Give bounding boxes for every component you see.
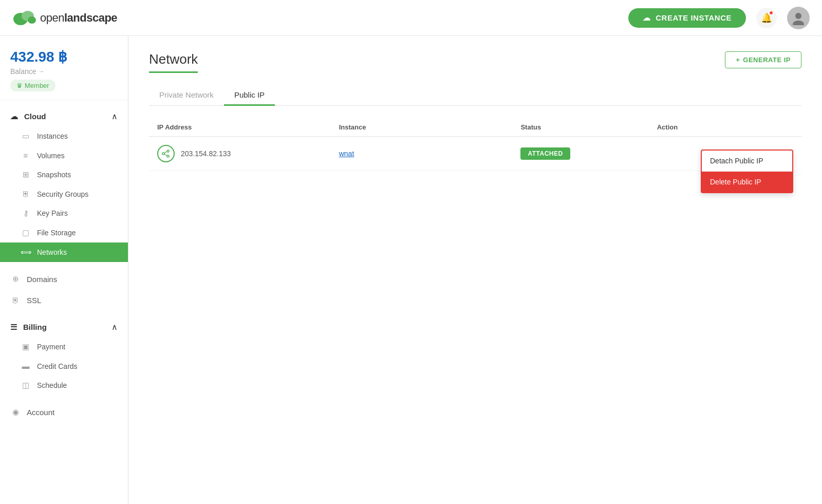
sidebar-item-instances[interactable]: ▭ Instances — [0, 126, 128, 146]
svg-point-4 — [793, 21, 804, 25]
create-instance-label: CREATE INSTANCE — [656, 13, 732, 22]
sidebar-item-payment[interactable]: ▣ Payment — [0, 337, 128, 357]
networks-label: Networks — [37, 248, 67, 256]
sidebar-item-credit-cards[interactable]: ▬ Credit Cards — [0, 357, 128, 376]
header-right: ☁ CREATE INSTANCE 🔔 — [628, 7, 810, 29]
private-network-tab-label: Private Network — [159, 90, 214, 99]
account-icon: ◉ — [10, 407, 21, 417]
col-status: Status — [520, 123, 657, 131]
balance-link[interactable]: Balance → — [10, 67, 118, 76]
sidebar-item-file-storage[interactable]: ▢ File Storage — [0, 223, 128, 242]
member-badge: ♛ Member — [10, 80, 55, 91]
schedule-icon: ◫ — [21, 381, 31, 390]
balance-arrow-icon: → — [39, 68, 45, 75]
ip-address-value: 203.154.82.133 — [181, 150, 231, 158]
credit-card-icon: ▬ — [21, 362, 31, 370]
payment-icon: ▣ — [21, 342, 31, 351]
plus-icon: + — [736, 56, 740, 64]
billing-section: ☰ Billing ∧ ▣ Payment ▬ Credit Cards ◫ S… — [0, 311, 128, 401]
table-row-container: 203.154.82.133 wnat ATTACHED Detach Publ… — [149, 137, 801, 171]
sidebar-item-key-pairs[interactable]: ⚷ Key Pairs — [0, 203, 128, 223]
status-cell: ATTACHED — [520, 147, 657, 160]
sidebar-item-ssl[interactable]: ⛨ SSL — [0, 290, 128, 311]
instance-cell: wnat — [339, 150, 521, 158]
detach-public-ip-item[interactable]: Detach Public IP — [702, 151, 792, 172]
sidebar-item-snapshots[interactable]: ⊞ Snapshots — [0, 165, 128, 184]
main-content: Network + GENERATE IP Private Network Pu… — [128, 36, 822, 504]
chevron-up-billing-icon: ∧ — [111, 322, 118, 332]
crown-icon: ♛ — [16, 82, 23, 89]
status-badge: ATTACHED — [520, 147, 570, 160]
sidebar-item-account[interactable]: ◉ Account — [0, 401, 128, 423]
col-instance: Instance — [339, 123, 521, 131]
col-action: Action — [657, 123, 793, 131]
shield-icon: ⛨ — [21, 190, 31, 198]
billing-label: Billing — [23, 323, 47, 331]
svg-line-9 — [164, 154, 167, 156]
sidebar-balance-section: 432.98 ฿ Balance → ♛ Member — [0, 36, 128, 100]
networks-icon: ⟺ — [21, 248, 31, 257]
layout: 432.98 ฿ Balance → ♛ Member ☁ Cloud ∧ ▭ … — [0, 36, 822, 504]
snapshots-label: Snapshots — [37, 171, 71, 179]
svg-point-5 — [167, 150, 169, 152]
cloud-section-title: ☁ Cloud — [10, 112, 46, 121]
instances-icon: ▭ — [21, 132, 31, 141]
balance-label-text: Balance — [10, 67, 36, 76]
account-label: Account — [27, 408, 54, 417]
billing-section-title: ☰ Billing — [10, 323, 47, 332]
cloud-label: Cloud — [24, 112, 46, 121]
billing-section-header[interactable]: ☰ Billing ∧ — [0, 317, 128, 337]
instances-label: Instances — [37, 132, 68, 140]
user-avatar-button[interactable] — [787, 7, 810, 29]
key-pairs-label: Key Pairs — [37, 209, 68, 217]
payment-label: Payment — [37, 343, 65, 351]
ip-address-cell: 203.154.82.133 — [157, 145, 339, 162]
svg-point-6 — [167, 155, 169, 157]
page-title: Network — [149, 51, 198, 73]
snapshots-icon: ⊞ — [21, 170, 31, 179]
page-header: Network + GENERATE IP — [149, 51, 801, 73]
table-header: IP Address Instance Status Action — [149, 118, 801, 137]
header: openlandscape ☁ CREATE INSTANCE 🔔 — [0, 0, 822, 36]
notifications-button[interactable]: 🔔 — [756, 8, 777, 28]
key-icon: ⚷ — [21, 209, 31, 218]
generate-ip-button[interactable]: + GENERATE IP — [725, 51, 801, 68]
sidebar-item-schedule[interactable]: ◫ Schedule — [0, 376, 128, 395]
security-groups-label: Security Groups — [37, 190, 88, 198]
generate-ip-label: GENERATE IP — [743, 56, 791, 64]
member-label: Member — [25, 82, 49, 89]
sidebar-item-volumes[interactable]: ≡ Volumes — [0, 146, 128, 165]
sidebar-item-domains[interactable]: ⊕ Domains — [0, 268, 128, 290]
sidebar-item-security-groups[interactable]: ⛨ Security Groups — [0, 184, 128, 203]
public-ip-tab-label: Public IP — [234, 90, 265, 99]
tabs: Private Network Public IP — [149, 85, 801, 106]
cloud-section-header[interactable]: ☁ Cloud ∧ — [0, 106, 128, 126]
domains-label: Domains — [27, 275, 57, 284]
tab-public-ip[interactable]: Public IP — [224, 85, 275, 106]
svg-point-2 — [28, 16, 36, 24]
delete-public-ip-item[interactable]: Delete Public IP — [702, 172, 792, 192]
billing-icon: ☰ — [10, 323, 17, 332]
cloud-icon: ☁ — [10, 112, 18, 121]
logo-open: open — [40, 11, 64, 24]
balance-amount: 432.98 ฿ — [10, 48, 118, 65]
svg-point-3 — [795, 13, 801, 19]
logo-text: openlandscape — [40, 11, 117, 25]
tab-private-network[interactable]: Private Network — [149, 85, 224, 106]
share-icon — [157, 145, 175, 162]
ssl-icon: ⛨ — [10, 296, 21, 305]
logo: openlandscape — [12, 9, 117, 27]
globe-icon: ⊕ — [10, 274, 21, 284]
file-storage-label: File Storage — [37, 229, 76, 237]
notification-badge — [769, 10, 774, 15]
volumes-label: Volumes — [37, 152, 65, 160]
logo-landscape: landscape — [64, 11, 117, 24]
action-dropdown: Detach Public IP Delete Public IP — [701, 150, 793, 193]
schedule-label: Schedule — [37, 381, 67, 389]
cloud-icon: ☁ — [643, 13, 651, 23]
sidebar: 432.98 ฿ Balance → ♛ Member ☁ Cloud ∧ ▭ … — [0, 36, 128, 504]
sidebar-item-networks[interactable]: ⟺ Networks — [0, 242, 128, 262]
instance-link[interactable]: wnat — [339, 150, 354, 158]
table-row: 203.154.82.133 wnat ATTACHED Detach Publ… — [149, 137, 801, 171]
create-instance-button[interactable]: ☁ CREATE INSTANCE — [628, 8, 746, 28]
